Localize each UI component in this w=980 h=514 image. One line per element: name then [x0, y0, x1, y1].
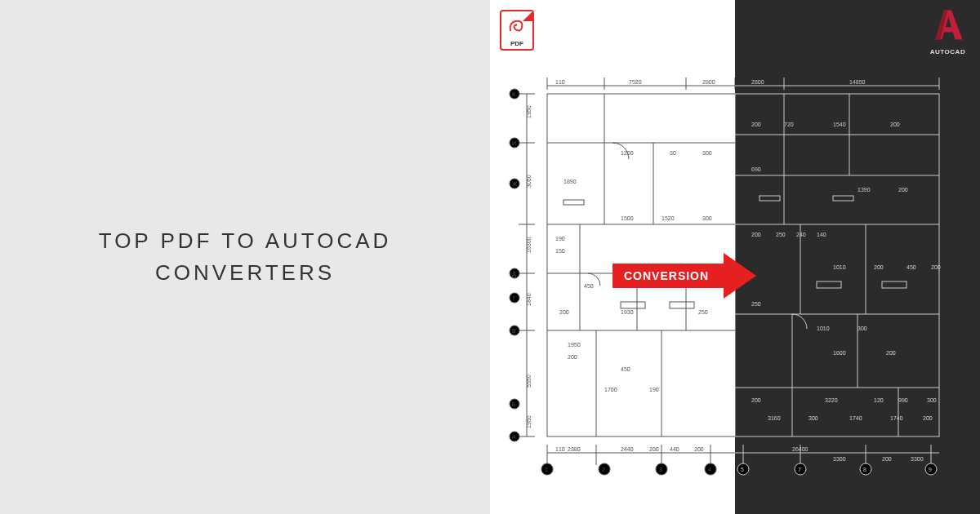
svg-text:Г: Г [513, 295, 516, 301]
svg-text:200: 200 [559, 309, 569, 315]
svg-text:3160: 3160 [768, 415, 781, 421]
arrow-head-icon [724, 253, 756, 299]
svg-text:720: 720 [784, 122, 794, 127]
svg-text:1930: 1930 [621, 309, 634, 315]
svg-text:250: 250 [776, 232, 786, 237]
illustration-panel: PDF AUTOCAD [490, 0, 980, 514]
svg-text:200: 200 [751, 397, 761, 403]
svg-text:4: 4 [708, 467, 711, 472]
svg-text:1520: 1520 [662, 215, 675, 221]
svg-text:450: 450 [621, 366, 630, 372]
svg-text:200: 200 [882, 456, 892, 462]
svg-text:1390: 1390 [858, 187, 871, 193]
svg-text:150: 150 [555, 248, 565, 254]
svg-rect-43 [564, 200, 584, 205]
svg-text:7520: 7520 [629, 79, 642, 85]
svg-text:200: 200 [898, 187, 908, 193]
svg-rect-120 [817, 281, 841, 288]
svg-text:200: 200 [931, 264, 941, 270]
svg-text:300: 300 [927, 397, 937, 403]
svg-text:В: В [512, 328, 516, 334]
svg-text:3220: 3220 [825, 397, 838, 403]
svg-text:300: 300 [702, 215, 712, 221]
svg-text:3300: 3300 [911, 456, 924, 462]
svg-text:1740: 1740 [849, 415, 862, 421]
svg-text:1950: 1950 [526, 415, 532, 428]
svg-text:300: 300 [702, 150, 712, 156]
svg-text:16300: 16300 [526, 237, 532, 253]
pdf-icon: PDF [500, 10, 534, 51]
svg-text:1700: 1700 [604, 387, 617, 392]
svg-rect-119 [833, 196, 853, 201]
svg-text:2440: 2440 [621, 446, 634, 452]
autocad-icon: AUTOCAD [925, 7, 970, 55]
svg-text:2380: 2380 [568, 446, 581, 452]
svg-text:2800: 2800 [702, 79, 715, 85]
svg-text:110: 110 [555, 79, 565, 85]
svg-text:200: 200 [886, 350, 896, 356]
svg-rect-42 [670, 302, 694, 308]
svg-text:300: 300 [808, 415, 818, 421]
svg-rect-118 [760, 196, 780, 201]
svg-text:240: 240 [796, 232, 806, 237]
svg-text:200: 200 [751, 232, 761, 237]
svg-text:200: 200 [923, 415, 933, 421]
svg-text:250: 250 [698, 309, 708, 315]
svg-text:3300: 3300 [833, 456, 846, 462]
svg-text:200: 200 [874, 264, 884, 270]
svg-rect-121 [882, 281, 906, 288]
svg-text:1010: 1010 [817, 326, 830, 331]
svg-text:990: 990 [898, 397, 908, 403]
svg-text:3: 3 [659, 467, 662, 472]
svg-rect-41 [621, 302, 645, 308]
svg-text:1500: 1500 [621, 215, 634, 221]
conversion-arrow: CONVERSION [612, 253, 756, 299]
main-title: TOP PDF TO AUTOCAD CONVERTERS [99, 225, 392, 289]
svg-text:Ж: Ж [512, 181, 518, 187]
svg-text:А: А [512, 434, 516, 440]
svg-text:1: 1 [545, 467, 548, 472]
conversion-label: CONVERSION [612, 264, 724, 288]
svg-text:2: 2 [602, 467, 605, 472]
svg-text:450: 450 [906, 264, 916, 270]
svg-text:3050: 3050 [526, 175, 532, 188]
svg-text:110: 110 [555, 446, 565, 452]
svg-text:5550: 5550 [526, 374, 532, 388]
svg-text:200: 200 [568, 354, 577, 360]
svg-text:9: 9 [929, 467, 932, 472]
svg-text:450: 450 [584, 283, 594, 289]
svg-text:2800: 2800 [751, 79, 764, 85]
svg-text:1540: 1540 [833, 122, 846, 127]
svg-text:Д: Д [512, 271, 516, 277]
svg-text:1890: 1890 [564, 179, 577, 184]
svg-text:1840: 1840 [526, 293, 532, 306]
svg-text:300: 300 [858, 326, 867, 331]
pdf-label: PDF [510, 40, 523, 47]
svg-text:200: 200 [694, 446, 704, 452]
svg-text:1200: 1200 [621, 150, 634, 156]
svg-text:690: 690 [751, 166, 761, 172]
svg-text:14850: 14850 [849, 79, 866, 85]
svg-text:120: 120 [874, 397, 884, 403]
svg-text:440: 440 [670, 446, 679, 452]
svg-text:250: 250 [751, 301, 761, 307]
svg-text:190: 190 [555, 236, 565, 241]
svg-text:1600: 1600 [833, 350, 846, 356]
svg-text:И: И [512, 140, 516, 146]
svg-text:Б: Б [512, 401, 516, 407]
svg-text:26400: 26400 [792, 446, 808, 452]
svg-text:7: 7 [798, 467, 801, 472]
title-panel: TOP PDF TO AUTOCAD CONVERTERS [0, 0, 490, 514]
svg-text:190: 190 [649, 387, 659, 392]
svg-text:200: 200 [751, 122, 761, 127]
svg-text:1740: 1740 [890, 415, 903, 421]
svg-text:140: 140 [817, 232, 826, 237]
svg-text:5: 5 [741, 467, 744, 472]
svg-text:1950: 1950 [526, 105, 532, 118]
svg-text:1950: 1950 [568, 342, 581, 348]
svg-text:1010: 1010 [833, 264, 846, 270]
autocad-label: AUTOCAD [925, 48, 970, 55]
svg-text:200: 200 [890, 122, 900, 127]
svg-text:30: 30 [670, 150, 676, 156]
svg-text:200: 200 [649, 446, 659, 452]
